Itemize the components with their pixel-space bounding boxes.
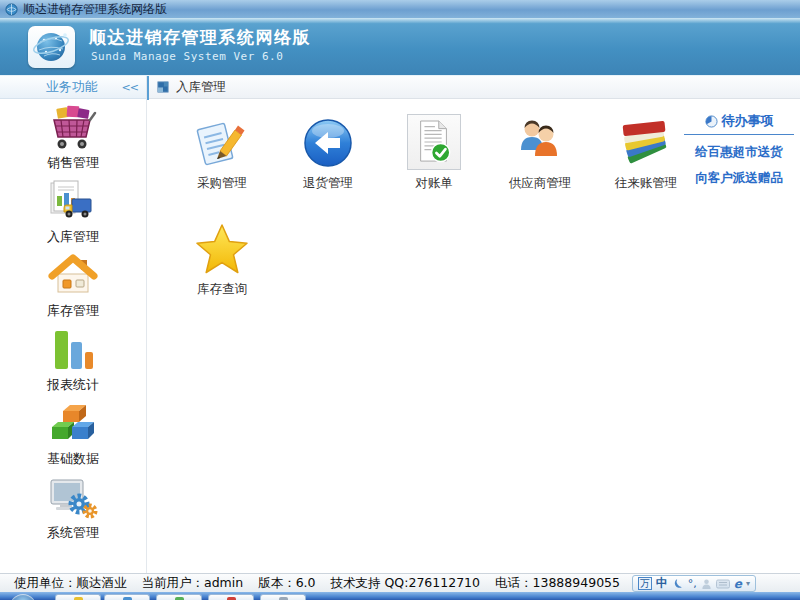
module-inventory-query[interactable]: 库存查询 xyxy=(169,218,275,324)
todo-clock-icon xyxy=(705,115,718,128)
taskbar-button[interactable] xyxy=(208,594,254,600)
icon-slot xyxy=(407,112,461,170)
inventory-star-icon xyxy=(195,222,249,276)
status-support-qq: 技术支持 QQ:276112710 xyxy=(331,575,480,592)
accounts-books-icon xyxy=(619,116,673,170)
sidebar-item-label: 报表统计 xyxy=(47,376,99,394)
ime-lang-mode[interactable]: 中 xyxy=(656,575,668,592)
sidebar-item-label: 基础数据 xyxy=(47,450,99,468)
ime-logo[interactable]: 万 xyxy=(638,577,652,590)
system-gear-icon xyxy=(48,475,98,521)
sidebar-item-label: 销售管理 xyxy=(47,154,99,172)
taskbar-button[interactable] xyxy=(156,594,202,600)
return-arrow-icon xyxy=(301,116,355,170)
statement-icon-frame xyxy=(407,114,461,170)
icon-slot xyxy=(619,112,673,170)
cart-icon xyxy=(48,105,98,151)
tab-icon xyxy=(157,81,169,93)
sidebar-collapse-button[interactable]: << xyxy=(122,81,138,94)
todo-title: 待办事项 xyxy=(722,112,774,130)
taskbar-button[interactable] xyxy=(104,594,150,600)
module-label: 往来账管理 xyxy=(615,175,678,192)
sidebar: 业务功能 << 销售管理 xyxy=(0,76,147,573)
module-label: 供应商管理 xyxy=(509,175,572,192)
module-label: 采购管理 xyxy=(197,175,247,192)
status-version: 版本：6.0 xyxy=(258,575,315,592)
module-label: 库存查询 xyxy=(197,281,247,298)
module-grid: 采购管理 退货管理 xyxy=(169,112,703,324)
windows-taskbar[interactable] xyxy=(0,592,800,600)
module-label: 对账单 xyxy=(415,175,453,192)
module-suppliers[interactable]: 供应商管理 xyxy=(487,112,593,218)
sidebar-item-sales[interactable]: 销售管理 xyxy=(0,103,146,177)
app-header-banner: 顺达进销存管理系统网络版 Sunda Manage System Ver 6.0 xyxy=(0,18,800,76)
documents-truck-icon xyxy=(48,179,98,225)
ime-keyboard-icon[interactable] xyxy=(716,579,730,589)
main-content: 采购管理 退货管理 xyxy=(149,100,800,573)
app-window-icon xyxy=(5,3,18,16)
suppliers-people-icon xyxy=(513,116,567,170)
icon-slot xyxy=(195,112,249,170)
icon-slot xyxy=(301,112,355,170)
house-icon xyxy=(48,253,98,299)
module-statement[interactable]: 对账单 xyxy=(381,112,487,218)
tab-warehouse-management[interactable]: 入库管理 xyxy=(176,79,226,96)
blocks-icon xyxy=(48,401,98,447)
icon-slot xyxy=(195,218,249,276)
status-company: 使用单位：顺达酒业 xyxy=(14,575,127,592)
module-returns[interactable]: 退货管理 xyxy=(275,112,381,218)
module-label: 退货管理 xyxy=(303,175,353,192)
sidebar-separator xyxy=(147,76,149,100)
module-purchase[interactable]: 采购管理 xyxy=(169,112,275,218)
icon-slot xyxy=(513,112,567,170)
sidebar-item-label: 库存管理 xyxy=(47,302,99,320)
ime-tools-icon[interactable]: e xyxy=(734,577,742,591)
globe-network-icon xyxy=(32,28,72,66)
sidebar-item-inbound[interactable]: 入库管理 xyxy=(0,177,146,251)
sidebar-item-inventory[interactable]: 库存管理 xyxy=(0,251,146,325)
ime-fullwidth-moon-icon[interactable] xyxy=(672,578,684,590)
todo-panel: 待办事项 给百惠超市送货 向客户派送赠品 xyxy=(684,112,794,187)
ime-language-bar[interactable]: 万 中 °, e ▾ xyxy=(632,575,756,592)
todo-header: 待办事项 xyxy=(684,112,794,135)
sidebar-item-system[interactable]: 系统管理 xyxy=(0,473,146,547)
sidebar-header: 业务功能 << xyxy=(0,76,146,99)
bar-chart-icon xyxy=(48,327,98,373)
window-titlebar: 顺达进销存管理系统网络版 xyxy=(0,0,800,18)
sidebar-item-label: 系统管理 xyxy=(47,524,99,542)
start-button[interactable] xyxy=(10,594,36,600)
window-title: 顺达进销存管理系统网络版 xyxy=(23,1,167,18)
app-subtitle: Sunda Manage System Ver 6.0 xyxy=(91,50,283,63)
purchase-doc-pencil-icon xyxy=(195,116,249,170)
statement-check-icon xyxy=(413,117,455,167)
ime-user-icon[interactable] xyxy=(701,578,712,590)
taskbar-button[interactable] xyxy=(55,594,101,600)
tab-bar: 入库管理 xyxy=(149,76,800,99)
ime-punctuation[interactable]: °, xyxy=(688,577,697,590)
sidebar-item-reports[interactable]: 报表统计 xyxy=(0,325,146,399)
taskbar-button[interactable] xyxy=(260,594,306,600)
sidebar-item-label: 入库管理 xyxy=(47,228,99,246)
sidebar-item-basedata[interactable]: 基础数据 xyxy=(0,399,146,473)
app-logo xyxy=(28,26,75,68)
app-title: 顺达进销存管理系统网络版 xyxy=(89,26,311,49)
todo-item[interactable]: 给百惠超市送货 xyxy=(684,144,794,161)
status-current-user: 当前用户：admin xyxy=(142,575,244,592)
sidebar-menu: 销售管理 入库管理 xyxy=(0,99,146,547)
sidebar-title: 业务功能 xyxy=(8,78,122,96)
ime-dropdown-icon[interactable]: ▾ xyxy=(746,579,750,588)
status-phone: 电话：13888949055 xyxy=(495,575,620,592)
todo-item[interactable]: 向客户派送赠品 xyxy=(684,170,794,187)
